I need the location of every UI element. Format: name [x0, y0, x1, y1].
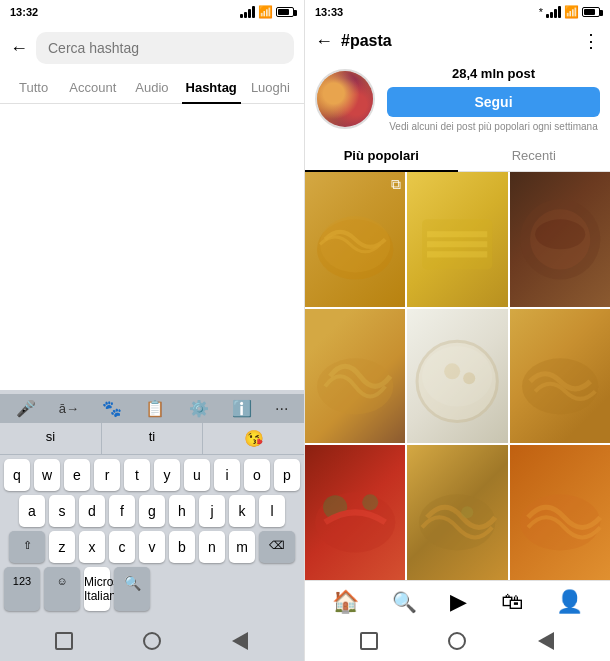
tab-recenti[interactable]: Recenti	[458, 140, 611, 171]
key-g[interactable]: g	[139, 495, 165, 527]
more-icon[interactable]: ···	[275, 400, 288, 418]
grid-item-2[interactable]	[510, 172, 610, 307]
tab-piu-popolari[interactable]: Più popolari	[305, 140, 458, 171]
grid-item-0[interactable]: ⧉	[305, 172, 405, 307]
tab-account[interactable]: Account	[63, 72, 122, 103]
tab-luoghi[interactable]: Luoghi	[241, 72, 300, 103]
square-icon-left	[55, 632, 73, 650]
photo-grid: ⧉	[305, 172, 610, 580]
search-input[interactable]	[36, 32, 294, 64]
nav-home[interactable]: 🏠	[332, 589, 359, 615]
more-menu-button[interactable]: ⋮	[582, 30, 600, 52]
key-y[interactable]: y	[154, 459, 180, 491]
nav-search[interactable]: 🔍	[392, 590, 417, 614]
key-c[interactable]: c	[109, 531, 135, 563]
key-m[interactable]: m	[229, 531, 255, 563]
key-b[interactable]: b	[169, 531, 195, 563]
translate-icon[interactable]: ā→	[59, 401, 79, 416]
tab-tutto[interactable]: Tutto	[4, 72, 63, 103]
grid-item-4[interactable]	[407, 309, 507, 444]
nav-reels[interactable]: ▶	[450, 589, 467, 615]
search-header: ←	[0, 24, 304, 72]
key-f[interactable]: f	[109, 495, 135, 527]
nav-circle-left[interactable]	[140, 629, 164, 653]
nav-square-right[interactable]	[357, 629, 381, 653]
tab-audio[interactable]: Audio	[122, 72, 181, 103]
right-panel: 13:33 * 📶 ← #pasta ⋮ 28,4 mln	[305, 0, 610, 661]
key-i[interactable]: i	[214, 459, 240, 491]
wifi-icon-left: 📶	[258, 5, 273, 19]
time-left: 13:32	[10, 6, 38, 18]
back-arrow-left[interactable]: ←	[10, 38, 28, 59]
key-row-3: ⇧ z x c v b n m ⌫	[2, 531, 302, 563]
left-panel: 13:32 📶 ← Tutto Account Audio Hashtag Lu…	[0, 0, 305, 661]
key-space[interactable]: Microsoft Italiano	[84, 567, 110, 611]
grid-item-7[interactable]	[407, 445, 507, 580]
key-l[interactable]: l	[259, 495, 285, 527]
back-arrow-right[interactable]: ←	[315, 31, 333, 52]
sticker-icon[interactable]: 🐾	[102, 399, 122, 418]
key-o[interactable]: o	[244, 459, 270, 491]
key-r[interactable]: r	[94, 459, 120, 491]
key-d[interactable]: d	[79, 495, 105, 527]
key-backspace[interactable]: ⌫	[259, 531, 295, 563]
status-icons-left: 📶	[240, 5, 294, 19]
key-k[interactable]: k	[229, 495, 255, 527]
grid-item-6[interactable]	[305, 445, 405, 580]
grid-item-8[interactable]	[510, 445, 610, 580]
nav-bar-right	[305, 623, 610, 661]
nav-shop[interactable]: 🛍	[501, 589, 523, 615]
info-icon[interactable]: ℹ️	[232, 399, 252, 418]
key-q[interactable]: q	[4, 459, 30, 491]
key-z[interactable]: z	[49, 531, 75, 563]
tab-hashtag[interactable]: Hashtag	[182, 72, 241, 103]
nav-circle-right[interactable]	[445, 629, 469, 653]
nav-bar-left	[0, 621, 304, 661]
profile-icon: 👤	[556, 589, 583, 615]
hashtag-header: ← #pasta ⋮	[305, 24, 610, 58]
key-numeric[interactable]: 123	[4, 567, 40, 611]
tabs-row-left: Tutto Account Audio Hashtag Luoghi	[0, 72, 304, 104]
key-u[interactable]: u	[184, 459, 210, 491]
grid-item-3[interactable]	[305, 309, 405, 444]
key-t[interactable]: t	[124, 459, 150, 491]
time-right: 13:33	[315, 6, 343, 18]
suggestion-emoji[interactable]: 😘	[203, 423, 304, 454]
grid-item-5[interactable]	[510, 309, 610, 444]
key-emoji[interactable]: ☺	[44, 567, 80, 611]
nav-back-right[interactable]	[534, 629, 558, 653]
suggestions-row: si ti 😘	[0, 423, 304, 455]
signal-icon-right	[546, 6, 561, 18]
suggestion-ti[interactable]: ti	[102, 423, 204, 454]
follow-button[interactable]: Segui	[387, 87, 600, 117]
key-w[interactable]: w	[34, 459, 60, 491]
key-h[interactable]: h	[169, 495, 195, 527]
circle-icon-left	[143, 632, 161, 650]
key-a[interactable]: a	[19, 495, 45, 527]
key-search[interactable]: 🔍	[114, 567, 150, 611]
avatar	[315, 69, 375, 129]
post-count: 28,4 mln post	[387, 66, 600, 81]
key-v[interactable]: v	[139, 531, 165, 563]
battery-icon-right	[582, 7, 600, 17]
key-x[interactable]: x	[79, 531, 105, 563]
key-n[interactable]: n	[199, 531, 225, 563]
mic-icon[interactable]: 🎤	[16, 399, 36, 418]
reels-icon: ▶	[450, 589, 467, 615]
grid-item-1[interactable]	[407, 172, 507, 307]
svg-point-9	[444, 363, 460, 379]
key-e[interactable]: e	[64, 459, 90, 491]
nav-square-left[interactable]	[52, 629, 76, 653]
settings-icon[interactable]: ⚙️	[189, 399, 209, 418]
nav-profile[interactable]: 👤	[556, 589, 583, 615]
clipboard-icon[interactable]: 📋	[145, 399, 165, 418]
signal-icon-left	[240, 6, 255, 18]
key-j[interactable]: j	[199, 495, 225, 527]
nav-back-left[interactable]	[228, 629, 252, 653]
suggestion-si[interactable]: si	[0, 423, 102, 454]
keyboard-toolbar: 🎤 ā→ 🐾 📋 ⚙️ ℹ️ ···	[0, 394, 304, 423]
key-s[interactable]: s	[49, 495, 75, 527]
key-shift[interactable]: ⇧	[9, 531, 45, 563]
key-p[interactable]: p	[274, 459, 300, 491]
keyboard-rows: q w e r t y u i o p a s d f g h j k	[0, 455, 304, 621]
